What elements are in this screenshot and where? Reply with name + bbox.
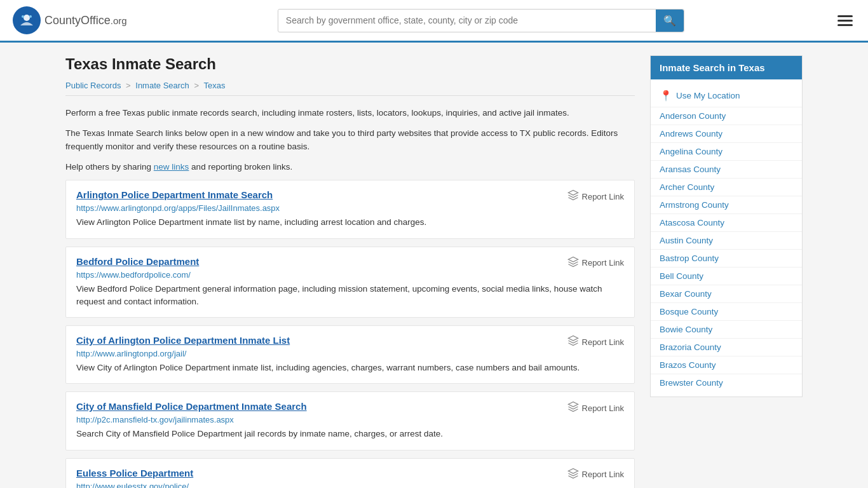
- breadcrumb-inmate-search[interactable]: Inmate Search: [135, 81, 189, 90]
- county-link-10[interactable]: Bexar County: [660, 289, 712, 299]
- report-link-button-0[interactable]: Report Link: [567, 189, 624, 203]
- site-header: CountyOffice.org 🔍: [0, 0, 868, 43]
- logo-area: CountyOffice.org: [13, 6, 127, 34]
- county-link-2[interactable]: Angelina County: [660, 147, 722, 156]
- county-link-3[interactable]: Aransas County: [660, 165, 721, 174]
- report-label-0: Report Link: [582, 192, 624, 201]
- description-2: The Texas Inmate Search links below open…: [65, 126, 635, 154]
- result-desc-1: View Bedford Police Department general i…: [76, 283, 624, 309]
- result-item: Arlington Police Department Inmate Searc…: [65, 180, 635, 238]
- county-link-14[interactable]: Brazos County: [660, 360, 716, 370]
- breadcrumb-public-records[interactable]: Public Records: [65, 81, 121, 90]
- content-area: Texas Inmate Search Public Records > Inm…: [65, 55, 635, 488]
- county-link-7[interactable]: Austin County: [660, 236, 713, 245]
- result-title-0[interactable]: Arlington Police Department Inmate Searc…: [76, 189, 273, 200]
- county-link-8[interactable]: Bastrop County: [660, 254, 719, 263]
- result-desc-0: View Arlington Police Department inmate …: [76, 216, 624, 229]
- svg-point-2: [22, 15, 24, 18]
- result-title-1[interactable]: Bedford Police Department: [76, 256, 199, 267]
- results-list: Arlington Police Department Inmate Searc…: [65, 180, 635, 488]
- svg-point-3: [29, 15, 32, 18]
- sidebar: Inmate Search in Texas 📍 Use My Location…: [650, 55, 803, 488]
- county-link-5[interactable]: Armstrong County: [660, 200, 729, 210]
- report-link-button-1[interactable]: Report Link: [567, 256, 624, 270]
- menu-line-1: [837, 15, 853, 17]
- result-desc-2: View City of Arlington Police Department…: [76, 362, 624, 374]
- sidebar-county-item: Brewster County: [651, 374, 802, 391]
- county-link-9[interactable]: Bell County: [660, 271, 703, 281]
- report-link-button-4[interactable]: Report Link: [567, 468, 624, 482]
- logo-text: CountyOffice.org: [44, 14, 127, 27]
- search-bar: 🔍: [278, 9, 684, 32]
- menu-button[interactable]: [835, 13, 855, 29]
- sidebar-county-item: Bosque County: [651, 303, 802, 321]
- sidebar-county-item: Armstrong County: [651, 196, 802, 214]
- breadcrumb: Public Records > Inmate Search > Texas: [65, 81, 635, 96]
- result-item: City of Arlington Police Department Inma…: [65, 325, 635, 384]
- sidebar-county-item: Anderson County: [651, 107, 802, 125]
- report-label-2: Report Link: [582, 337, 624, 347]
- location-link[interactable]: Use My Location: [676, 91, 740, 100]
- county-link-0[interactable]: Anderson County: [660, 111, 726, 121]
- logo-icon: [13, 6, 41, 34]
- result-url-3[interactable]: http://p2c.mansfield-tx.gov/jailinmates.…: [76, 415, 624, 424]
- search-input[interactable]: [278, 10, 656, 30]
- menu-line-2: [837, 20, 853, 22]
- menu-line-3: [837, 24, 853, 26]
- county-link-4[interactable]: Archer County: [660, 182, 714, 192]
- sidebar-box: Inmate Search in Texas 📍 Use My Location…: [650, 55, 803, 397]
- use-my-location[interactable]: 📍 Use My Location: [651, 85, 802, 107]
- location-pin-icon: 📍: [660, 90, 672, 102]
- sidebar-county-item: Brazoria County: [651, 339, 802, 356]
- search-input-wrap: 🔍: [278, 9, 684, 32]
- report-link-button-2[interactable]: Report Link: [567, 335, 624, 349]
- sidebar-county-item: Angelina County: [651, 143, 802, 161]
- report-link-button-3[interactable]: Report Link: [567, 401, 624, 415]
- result-url-2[interactable]: http://www.arlingtonpd.org/jail/: [76, 349, 624, 358]
- result-title-2[interactable]: City of Arlington Police Department Inma…: [76, 335, 290, 346]
- county-link-12[interactable]: Bowie County: [660, 325, 712, 334]
- result-item: City of Mansfield Police Department Inma…: [65, 391, 635, 450]
- report-icon-2: [567, 335, 579, 349]
- report-icon-1: [567, 256, 579, 270]
- sidebar-county-item: Austin County: [651, 232, 802, 250]
- result-title-4[interactable]: Euless Police Department: [76, 468, 193, 478]
- report-label-1: Report Link: [582, 258, 624, 268]
- sidebar-county-item: Bexar County: [651, 285, 802, 303]
- county-link-11[interactable]: Bosque County: [660, 307, 718, 316]
- result-item: Bedford Police Department Report Link ht…: [65, 247, 635, 318]
- sidebar-county-item: Bastrop County: [651, 250, 802, 268]
- result-url-0[interactable]: https://www.arlingtonpd.org/apps/Files/J…: [76, 203, 624, 213]
- breadcrumb-sep-1: >: [126, 81, 131, 90]
- result-url-1[interactable]: https://www.bedfordpolice.com/: [76, 270, 624, 280]
- report-icon-0: [567, 189, 579, 203]
- result-item: Euless Police Department Report Link htt…: [65, 458, 635, 488]
- result-header: Arlington Police Department Inmate Searc…: [76, 189, 624, 203]
- sidebar-county-list: 📍 Use My Location Anderson CountyAndrews…: [651, 79, 802, 396]
- sidebar-county-item: Brazos County: [651, 356, 802, 374]
- main-content: Texas Inmate Search Public Records > Inm…: [53, 43, 815, 488]
- county-link-15[interactable]: Brewster County: [660, 378, 723, 388]
- breadcrumb-sep-2: >: [194, 81, 199, 90]
- sidebar-county-item: Bowie County: [651, 321, 802, 339]
- county-link-1[interactable]: Andrews County: [660, 129, 722, 139]
- description-3: Help others by sharing new links and rep…: [65, 160, 635, 174]
- search-icon: 🔍: [663, 15, 676, 26]
- result-header: Bedford Police Department Report Link: [76, 256, 624, 270]
- sidebar-county-item: Atascosa County: [651, 214, 802, 232]
- result-url-4[interactable]: http://www.eulesstx.gov/police/: [76, 482, 624, 488]
- report-icon-4: [567, 468, 579, 482]
- county-link-13[interactable]: Brazoria County: [660, 342, 721, 352]
- sidebar-county-item: Bell County: [651, 268, 802, 285]
- report-label-3: Report Link: [582, 403, 624, 413]
- sidebar-county-item: Aransas County: [651, 161, 802, 179]
- new-links-link[interactable]: new links: [154, 162, 189, 172]
- description-1: Perform a free Texas public inmate recor…: [65, 106, 635, 120]
- search-button[interactable]: 🔍: [656, 10, 684, 32]
- report-label-4: Report Link: [582, 470, 624, 479]
- sidebar-title: Inmate Search in Texas: [651, 56, 802, 79]
- sidebar-county-item: Andrews County: [651, 125, 802, 143]
- breadcrumb-texas[interactable]: Texas: [203, 81, 225, 90]
- result-title-3[interactable]: City of Mansfield Police Department Inma…: [76, 401, 307, 412]
- county-link-6[interactable]: Atascosa County: [660, 218, 724, 227]
